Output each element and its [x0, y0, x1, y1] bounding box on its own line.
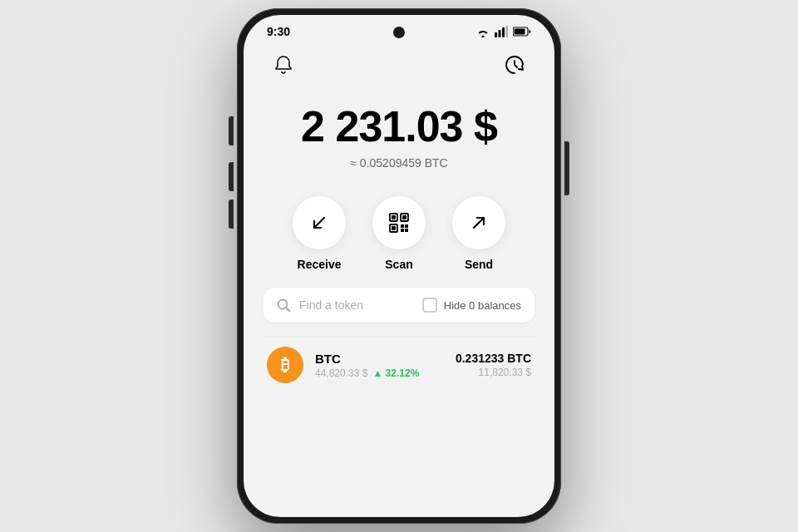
hide-zero-checkbox[interactable] — [422, 298, 437, 313]
search-icon — [277, 298, 291, 313]
scan-circle — [372, 196, 426, 249]
receive-circle — [293, 196, 346, 249]
svg-rect-5 — [515, 29, 525, 35]
send-label: Send — [465, 258, 493, 271]
send-action[interactable]: Send — [452, 196, 505, 271]
search-left: Find a token — [277, 298, 363, 313]
list-item[interactable]: ₿ BTC 44,820.33 $ ▲ 32.12% 0.231233 BTC … — [264, 336, 534, 393]
svg-line-6 — [314, 218, 324, 228]
hide-zero-section[interactable]: Hide 0 balances — [422, 298, 521, 313]
camera-notch — [393, 27, 405, 38]
svg-line-17 — [474, 218, 484, 228]
wifi-icon — [476, 27, 490, 37]
svg-line-19 — [286, 308, 290, 312]
svg-rect-10 — [402, 215, 406, 219]
search-section: Find a token Hide 0 balances — [264, 288, 534, 323]
battery-icon — [513, 27, 531, 37]
receive-label: Receive — [298, 258, 342, 271]
token-balance-amount: 0.231233 BTC — [456, 352, 531, 365]
search-placeholder[interactable]: Find a token — [299, 298, 363, 312]
token-list: ₿ BTC 44,820.33 $ ▲ 32.12% 0.231233 BTC … — [264, 336, 534, 517]
receive-action[interactable]: Receive — [293, 196, 346, 271]
svg-rect-3 — [506, 26, 509, 37]
notification-button[interactable] — [267, 48, 300, 81]
svg-rect-2 — [502, 27, 505, 37]
bell-icon — [274, 55, 293, 75]
token-icon-btc: ₿ — [267, 347, 303, 383]
app-content: 2 231.03 $ ≈ 0.05209459 BTC Receive — [244, 42, 554, 517]
balance-amount: 2 231.03 $ — [264, 105, 534, 148]
qr-code-icon — [388, 212, 410, 234]
history-button[interactable] — [498, 48, 531, 81]
signal-icon — [495, 26, 508, 37]
phone-frame: 9:30 — [237, 8, 561, 524]
svg-rect-1 — [499, 30, 501, 37]
scan-label: Scan — [385, 258, 412, 271]
svg-rect-13 — [401, 224, 404, 228]
arrow-up-right-icon — [469, 213, 489, 233]
token-sub: 44,820.33 $ ▲ 32.12% — [315, 367, 444, 379]
token-balance: 0.231233 BTC 11,820.33 $ — [456, 352, 531, 378]
token-info: BTC 44,820.33 $ ▲ 32.12% — [315, 352, 444, 379]
token-change: ▲ 32.12% — [372, 367, 419, 379]
status-icons — [476, 26, 531, 37]
history-icon — [505, 55, 525, 75]
arrow-down-left-icon — [309, 213, 329, 233]
svg-rect-12 — [392, 226, 396, 230]
phone-screen: 9:30 — [244, 15, 554, 517]
svg-rect-8 — [392, 215, 396, 219]
token-price: 44,820.33 $ — [315, 367, 367, 379]
token-balance-usd: 11,820.33 $ — [456, 367, 531, 378]
token-name: BTC — [315, 352, 444, 366]
balance-section: 2 231.03 $ ≈ 0.05209459 BTC — [264, 88, 534, 176]
action-buttons: Receive — [264, 176, 534, 288]
time-display: 9:30 — [267, 25, 290, 38]
hide-zero-label: Hide 0 balances — [444, 299, 521, 312]
send-circle — [452, 196, 505, 249]
svg-rect-0 — [495, 32, 497, 37]
status-bar: 9:30 — [244, 15, 554, 42]
balance-btc: ≈ 0.05209459 BTC — [264, 156, 534, 170]
svg-rect-14 — [405, 224, 408, 228]
scan-action[interactable]: Scan — [372, 196, 426, 271]
top-bar — [264, 42, 534, 88]
svg-rect-16 — [405, 229, 408, 232]
svg-rect-15 — [401, 229, 404, 232]
